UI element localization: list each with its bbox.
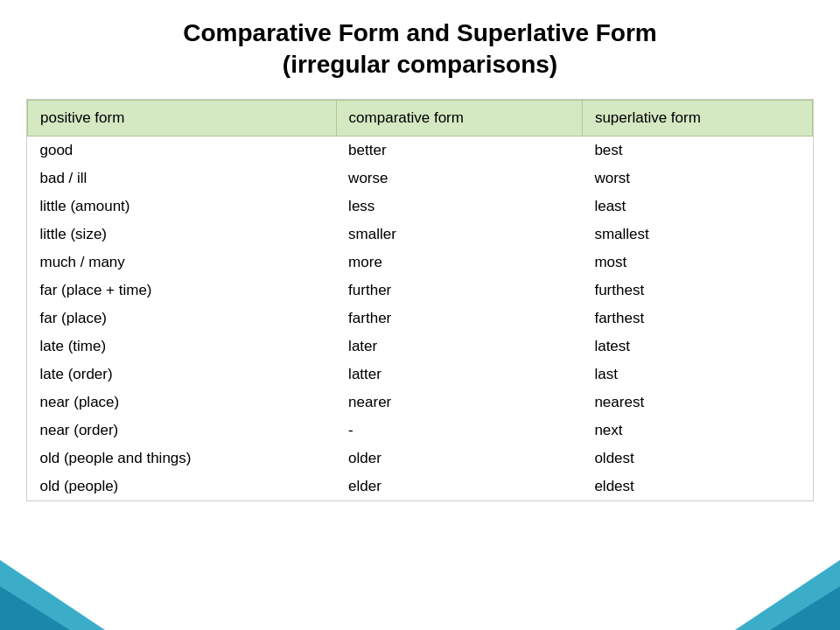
table-row: old (people)eldereldest	[28, 472, 813, 500]
cell-superlative: best	[582, 136, 812, 164]
cell-comparative: more	[336, 248, 582, 276]
cell-superlative: most	[582, 248, 812, 276]
table-row: late (time)laterlatest	[28, 332, 813, 360]
cell-superlative: nearest	[582, 388, 812, 416]
table-header-row: positive form comparative form superlati…	[28, 100, 813, 136]
svg-marker-1	[0, 586, 70, 630]
cell-positive: far (place)	[28, 304, 337, 332]
cell-superlative: smallest	[582, 220, 812, 248]
cell-positive: near (order)	[28, 416, 337, 444]
table-row: near (order)-next	[28, 416, 813, 444]
cell-superlative: last	[582, 360, 812, 388]
table-row: goodbetterbest	[28, 136, 813, 164]
table-wrapper: positive form comparative form superlati…	[26, 99, 814, 501]
cell-comparative: worse	[336, 164, 582, 192]
corner-decoration-left	[0, 560, 105, 630]
header-positive: positive form	[28, 100, 337, 136]
cell-comparative: older	[336, 444, 582, 472]
cell-superlative: oldest	[582, 444, 812, 472]
svg-marker-3	[770, 586, 840, 630]
cell-positive: late (order)	[28, 360, 337, 388]
cell-positive: much / many	[28, 248, 337, 276]
cell-positive: old (people and things)	[28, 444, 337, 472]
cell-positive: near (place)	[28, 388, 337, 416]
header-superlative: superlative form	[582, 100, 812, 136]
table-row: far (place)fartherfarthest	[28, 304, 813, 332]
cell-comparative: less	[336, 192, 582, 220]
cell-positive: late (time)	[28, 332, 337, 360]
cell-superlative: eldest	[582, 472, 812, 500]
cell-comparative: elder	[336, 472, 582, 500]
cell-superlative: furthest	[582, 276, 812, 304]
header-comparative: comparative form	[336, 100, 582, 136]
table-row: far (place + time)furtherfurthest	[28, 276, 813, 304]
cell-superlative: latest	[582, 332, 812, 360]
cell-comparative: farther	[336, 304, 582, 332]
page-container: Comparative Form and Superlative Form (i…	[0, 0, 840, 630]
cell-positive: bad / ill	[28, 164, 337, 192]
cell-comparative: better	[336, 136, 582, 164]
table-row: little (size)smallersmallest	[28, 220, 813, 248]
cell-superlative: worst	[582, 164, 812, 192]
cell-comparative: further	[336, 276, 582, 304]
cell-comparative: smaller	[336, 220, 582, 248]
corner-decoration-right	[735, 560, 840, 630]
table-row: near (place)nearernearest	[28, 388, 813, 416]
cell-positive: little (size)	[28, 220, 337, 248]
svg-marker-2	[735, 560, 840, 630]
comparison-table: positive form comparative form superlati…	[27, 100, 813, 500]
cell-comparative: -	[336, 416, 582, 444]
cell-comparative: latter	[336, 360, 582, 388]
table-row: little (amount)lessleast	[28, 192, 813, 220]
cell-superlative: farthest	[582, 304, 812, 332]
table-row: old (people and things)olderoldest	[28, 444, 813, 472]
table-row: much / manymoremost	[28, 248, 813, 276]
cell-positive: far (place + time)	[28, 276, 337, 304]
table-row: bad / illworseworst	[28, 164, 813, 192]
svg-marker-0	[0, 560, 105, 630]
cell-comparative: later	[336, 332, 582, 360]
cell-positive: old (people)	[28, 472, 337, 500]
table-row: late (order)latterlast	[28, 360, 813, 388]
cell-superlative: least	[582, 192, 812, 220]
cell-superlative: next	[582, 416, 812, 444]
page-title: Comparative Form and Superlative Form (i…	[183, 18, 656, 81]
cell-comparative: nearer	[336, 388, 582, 416]
cell-positive: little (amount)	[28, 192, 337, 220]
cell-positive: good	[28, 136, 337, 164]
